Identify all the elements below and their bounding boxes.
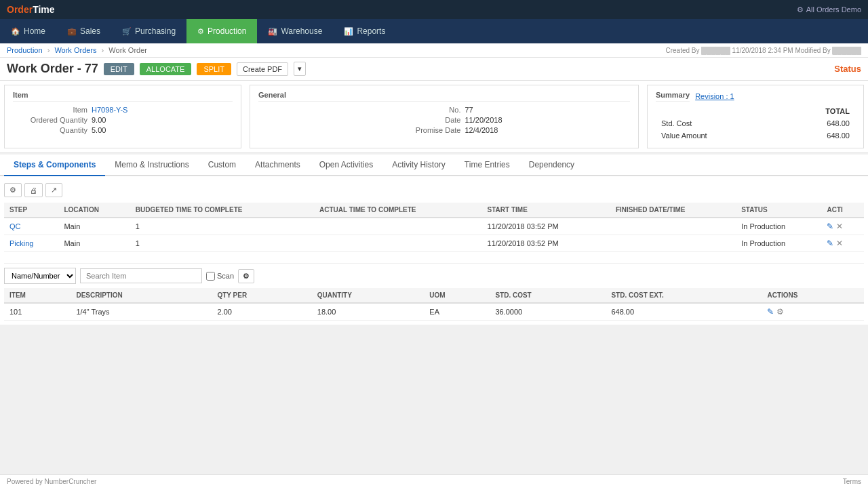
tab-attachments[interactable]: Attachments [245,155,310,176]
edit-button[interactable]: EDIT [104,63,134,75]
date-row: Date 11/20/2018 [386,116,502,124]
comp-std-cost-101: 36.0000 [490,303,606,321]
components-settings-button[interactable]: ⚙ [238,269,254,283]
step-picking-status: In Production [736,235,821,252]
edit-step-picking-icon[interactable]: ✎ [827,239,833,248]
delete-step-qc-icon[interactable]: ✕ [836,222,843,231]
ordered-qty-label: Ordered Quantity [13,116,87,124]
edit-step-qc-icon[interactable]: ✎ [827,222,833,231]
component-row-101: 101 1/4" Trays 2.00 18.00 EA 36.0000 648… [4,303,864,321]
settings-icon: ⚙ [797,5,804,14]
step-picking-budgeted: 1 [130,235,314,252]
page-header: Work Order - 77 EDIT ALLOCATE SPLIT Crea… [0,58,868,81]
tab-activity-history[interactable]: Activity History [382,155,455,176]
tabs: Steps & Components Memo & Instructions C… [0,155,868,176]
summary-table: TOTAL Std. Cost 648.00 Value Amount 648.… [656,104,855,142]
step-row-picking: Picking Main 1 11/20/2018 03:52 PM In Pr… [4,235,864,252]
step-qc-start: 11/20/2018 03:52 PM [482,218,610,235]
tab-open-activities[interactable]: Open Activities [310,155,382,176]
steps-table: STEP LOCATION BUDGETED TIME TO COMPLETE … [4,203,864,252]
tab-dependency[interactable]: Dependency [519,155,584,176]
comp-col-item: ITEM [4,288,71,303]
revision-link[interactable]: Revision : 1 [695,92,734,100]
tab-memo[interactable]: Memo & Instructions [105,155,198,176]
col-status: STATUS [736,203,821,218]
no-value: 77 [465,106,473,114]
revision-value: 1 [730,92,734,100]
no-label: No. [386,106,460,114]
tab-custom[interactable]: Custom [199,155,245,176]
comp-col-std-cost-ext: STD. COST EXT. [606,288,762,303]
item-label: Item [13,106,87,114]
nav-purchasing[interactable]: 🛒 Purchasing [111,19,186,43]
purchasing-icon: 🛒 [122,27,132,36]
nav-reports-label: Reports [357,26,385,36]
breadcrumb-work-orders[interactable]: Work Orders [54,46,96,54]
comp-col-uom: UOM [424,288,490,303]
item-link[interactable]: H7098-Y-S [92,106,127,114]
step-picking-start: 11/20/2018 03:52 PM [482,235,610,252]
std-cost-label: Std. Cost [657,118,779,129]
step-picking-link[interactable]: Picking [9,239,33,247]
step-qc-status: In Production [736,218,821,235]
components-table: ITEM DESCRIPTION QTY PER QUANTITY UOM ST… [4,288,864,321]
nav-reports[interactable]: 📊 Reports [333,19,396,43]
allocate-button[interactable]: ALLOCATE [140,63,192,75]
promise-date-row: Promise Date 12/4/2018 [386,126,502,134]
step-picking-finished [610,235,736,252]
scan-checkbox[interactable] [206,272,215,281]
tab-steps-components[interactable]: Steps & Components [4,155,105,176]
pdf-dropdown-button[interactable]: ▾ [294,62,306,76]
export-button[interactable]: ↗ [45,183,62,197]
nav-home-label: Home [24,26,45,36]
logo-order: Order [7,4,33,15]
print-button[interactable]: 🖨 [24,183,43,197]
col-finished: FINISHED DATE/TIME [610,203,736,218]
comp-col-std-cost: STD. COST [490,288,606,303]
nav-sales[interactable]: 💼 Sales [56,19,111,43]
created-by-label: Created By [666,47,702,54]
name-number-select[interactable]: Name/Number [4,268,76,284]
total-header: TOTAL [781,106,854,117]
created-date: 11/20/2018 2:34 PM Modified By [732,47,833,54]
delete-step-picking-icon[interactable]: ✕ [836,239,843,248]
settings-toolbar-button[interactable]: ⚙ [4,183,22,197]
nav-warehouse[interactable]: 🏭 Warehouse [257,19,333,43]
step-qc-budgeted: 1 [130,218,314,235]
general-panel-title: General [258,91,630,102]
date-label: Date [386,116,460,124]
step-qc-location: Main [58,218,130,235]
warehouse-icon: 🏭 [268,27,277,36]
item-value: H7098-Y-S [92,106,127,114]
delete-component-101-icon[interactable]: ⚙ [776,307,784,317]
date-value: 11/20/2018 [465,116,502,124]
col-location: LOCATION [58,203,130,218]
reports-icon: 📊 [344,27,353,36]
edit-component-101-icon[interactable]: ✎ [767,307,774,317]
value-amount-value: 648.00 [781,130,854,141]
comp-desc-101: 1/4" Trays [71,303,212,321]
create-pdf-button[interactable]: Create PDF [237,62,288,76]
nav-purchasing-label: Purchasing [135,26,176,36]
promise-date-label: Promise Date [386,126,460,134]
scan-text: Scan [217,272,234,280]
no-row: No. 77 [386,106,502,114]
comp-col-qty-per: QTY PER [212,288,311,303]
breadcrumb-production[interactable]: Production [7,46,43,54]
nav-production[interactable]: ⚙ Production [186,19,257,43]
nav-warehouse-label: Warehouse [281,26,322,36]
step-qc-link[interactable]: QC [9,222,21,230]
col-start-time: START TIME [482,203,610,218]
comp-col-actions: ACTIONS [762,288,864,303]
tab-time-entries[interactable]: Time Entries [455,155,519,176]
steps-toolbar: ⚙ 🖨 ↗ [4,180,864,200]
comp-quantity-101: 18.00 [312,303,425,321]
col-actual-time: ACTUAL TIME TO COMPLETE [314,203,482,218]
search-item-input[interactable] [80,268,202,283]
info-panels: Item Item H7098-Y-S Ordered Quantity 9.0… [0,81,868,153]
step-picking-actual [314,235,482,252]
split-button[interactable]: SPLIT [197,63,231,75]
top-bar: Order Time ⚙ All Orders Demo [0,0,868,19]
nav-home[interactable]: 🏠 Home [0,19,56,43]
top-right-text: All Orders Demo [806,5,861,14]
